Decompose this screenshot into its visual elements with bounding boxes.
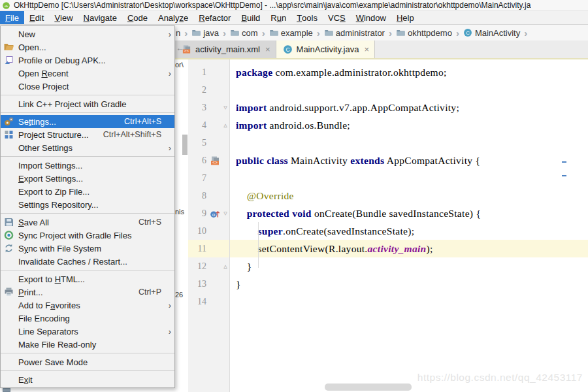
menu-item-sync-project-with-gradle-files[interactable]: Sync Project with Gradle Files (1, 229, 174, 242)
gutter-icon-spacer (208, 191, 222, 201)
menu-item-export-to-html[interactable]: Export to HTML... (1, 272, 174, 286)
menu-item-spacer (3, 374, 14, 385)
breadcrumb-item-java[interactable]: java (191, 28, 219, 38)
gutter-row: 6<> (188, 152, 229, 169)
code-line-6[interactable]: public class MainActivity extends AppCom… (230, 152, 588, 169)
menu-item-label: Profile or Debug APK... (18, 56, 106, 65)
menu-item-other-settings[interactable]: Other Settings› (1, 141, 174, 154)
menu-item-export-settings[interactable]: Export Settings... (1, 172, 174, 185)
menu-item-settings[interactable]: Settings...Ctrl+Alt+S (1, 115, 174, 128)
submenu-arrow-icon: › (165, 143, 171, 153)
code-line-4[interactable]: import android.os.Bundle; (230, 116, 588, 134)
gutter-row: 5 (188, 134, 229, 152)
menu-item-exit[interactable]: Exit (1, 373, 174, 386)
breadcrumb-item-example[interactable]: example (269, 28, 313, 38)
menu-item-link-c-project-with-gradle[interactable]: Link C++ Project with Gradle (1, 97, 174, 110)
code-line-5[interactable] (230, 134, 588, 152)
breadcrumb-item-mainactivity[interactable]: CMainActivity (463, 28, 520, 38)
error-stripe-mark[interactable] (562, 175, 566, 176)
menubar-item-tools[interactable]: Tools (291, 11, 323, 24)
menu-item-import-settings[interactable]: Import Settings... (1, 159, 174, 172)
menu-item-open-recent[interactable]: Open Recent› (1, 67, 174, 80)
menubar-item-refactor[interactable]: Refactor (193, 11, 236, 24)
code-line-12[interactable]: } (230, 257, 588, 275)
project-scrollbar-thumb[interactable] (182, 135, 188, 155)
gutter-row: 8 (188, 187, 229, 204)
error-stripe-mark[interactable] (562, 161, 566, 163)
menu-item-close-project[interactable]: Close Project (1, 80, 174, 93)
code-line-1[interactable]: package com.example.administrator.okhttp… (230, 63, 588, 81)
menubar-item-build[interactable]: Build (236, 11, 265, 24)
code-area[interactable]: package com.example.administrator.okhttp… (230, 59, 588, 392)
menu-item-sync-with-file-system[interactable]: Sync with File System (1, 242, 174, 255)
menubar-item-run[interactable]: Run (265, 11, 291, 24)
menu-bar: FileEditViewNavigateCodeAnalyzeRefactorB… (0, 11, 588, 25)
tab-label: activity_main.xml (195, 44, 260, 54)
menu-item-print[interactable]: Print...Ctrl+P (1, 286, 174, 299)
breadcrumb-chevron-icon: › (389, 27, 392, 39)
code-token: import (236, 120, 267, 131)
menu-item-add-to-favorites[interactable]: Add to Favorites› (1, 299, 174, 312)
layout-gutter-icon[interactable]: <> (208, 155, 222, 166)
override-gutter-icon[interactable]: o (208, 208, 222, 219)
tab-activity-main-xml[interactable]: <>activity_main.xml× (175, 41, 276, 58)
menubar-item-window[interactable]: Window (351, 11, 391, 24)
fold-marker-down-icon[interactable]: ▿ (222, 209, 229, 218)
code-line-11[interactable]: setContentView(R.layout.activity_main); (230, 240, 588, 257)
menu-item-settings-repository[interactable]: Settings Repository... (1, 198, 174, 211)
code-line-8[interactable]: @Override (230, 187, 588, 204)
menu-item-project-structure[interactable]: Project Structure...Ctrl+Alt+Shift+S (1, 128, 174, 141)
svg-text:C: C (286, 46, 289, 53)
menu-item-profile-or-debug-apk[interactable]: Profile or Debug APK... (1, 54, 174, 67)
menu-item-open[interactable]: Open... (1, 41, 174, 54)
gutter-row: 13 (188, 275, 229, 293)
tab-close-icon[interactable]: × (364, 44, 369, 54)
code-line-13[interactable]: } (230, 275, 588, 293)
menu-item-label: Exit (18, 375, 33, 385)
menu-item-new[interactable]: New› (1, 27, 174, 41)
code-line-3[interactable]: import android.support.v7.app.AppCompatA… (230, 99, 588, 116)
menu-item-make-file-read-only[interactable]: Make File Read-only (1, 338, 174, 351)
code-line-9[interactable]: protected void onCreate(Bundle savedInst… (230, 204, 588, 222)
menu-item-save-all[interactable]: Save AllCtrl+S (1, 216, 174, 229)
gutter-row: 12▵ (188, 257, 229, 275)
menubar-item-file[interactable]: File (0, 11, 24, 24)
svg-text:C: C (466, 30, 470, 36)
code-line-10[interactable]: super.onCreate(savedInstanceState); (230, 222, 588, 240)
fold-marker-up-icon[interactable]: ▵ (222, 121, 229, 129)
menu-item-invalidate-caches-restart[interactable]: Invalidate Caches / Restart... (1, 255, 174, 268)
menubar-item-help[interactable]: Help (391, 11, 419, 24)
breadcrumb-chevron-icon: › (317, 27, 320, 39)
menu-item-export-to-zip-file[interactable]: Export to Zip File... (1, 185, 174, 198)
line-number: 13 (188, 279, 206, 289)
open-folder-icon (3, 42, 14, 52)
breadcrumb-item-okhttpdemo[interactable]: okhttpdemo (396, 28, 452, 38)
menubar-item-code[interactable]: Code (122, 11, 153, 24)
menubar-item-analyze[interactable]: Analyze (153, 11, 193, 24)
gutter-icon-spacer (208, 103, 222, 113)
menubar-item-edit[interactable]: Edit (24, 11, 49, 24)
breadcrumb-item-administrator[interactable]: administrator (324, 28, 385, 38)
menu-item-power-save-mode[interactable]: Power Save Mode (1, 355, 174, 368)
breadcrumb-item-com[interactable]: com (230, 28, 258, 38)
code-line-14[interactable] (230, 293, 588, 310)
menu-item-label: Link C++ Project with Gradle (18, 99, 126, 109)
menu-item-spacer (3, 326, 14, 336)
menu-item-label: New (18, 29, 35, 39)
tab-close-icon[interactable]: × (265, 44, 270, 54)
menu-item-file-encoding[interactable]: File Encoding (1, 312, 174, 325)
fold-marker-up-icon[interactable]: ▵ (222, 262, 229, 270)
fold-marker-down-icon[interactable]: ▿ (222, 103, 229, 112)
menu-item-spacer (3, 256, 14, 267)
gutter-row: 7 (188, 169, 229, 187)
menubar-item-vcs[interactable]: VCS (323, 11, 351, 24)
code-line-2[interactable] (230, 81, 588, 99)
menu-item-label: File Encoding (18, 314, 70, 323)
tab-mainactivity-java[interactable]: CMainActivity.java× (276, 41, 375, 58)
code-line-7[interactable] (230, 169, 588, 187)
horizontal-scrollbar-thumb[interactable] (325, 384, 412, 391)
menubar-item-navigate[interactable]: Navigate (78, 11, 122, 24)
menu-item-line-separators[interactable]: Line Separators› (1, 325, 174, 338)
menubar-item-view[interactable]: View (49, 11, 78, 24)
gradle-sync-icon (3, 230, 14, 240)
